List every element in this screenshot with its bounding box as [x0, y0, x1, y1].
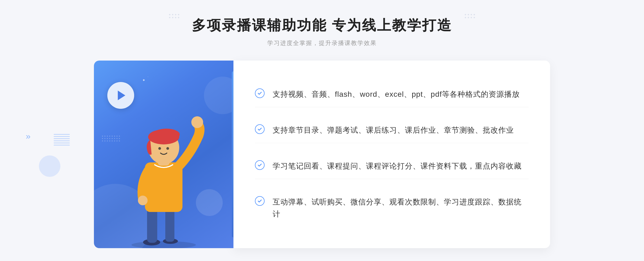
header: 多项录播课辅助功能 专为线上教学打造 学习进度全掌握，提升录播课教学效果 [192, 16, 452, 47]
svg-rect-14 [195, 118, 199, 125]
svg-point-13 [166, 147, 169, 150]
feature-item-4: 互动弹幕、试听购买、微信分享、观看次数限制、学习进度跟踪、数据统计 [255, 190, 529, 227]
dots-left-title [169, 14, 179, 18]
blue-accent-bar [232, 71, 233, 237]
feature-text-2: 支持章节目录、弹题考试、课后练习、课后作业、章节测验、批改作业 [273, 124, 514, 136]
sparkle-1: ✦ [142, 78, 145, 82]
check-icon-2 [255, 124, 265, 134]
page-wrapper: » « 多项录播课辅助功能 专为线上教学打造 学习进度全掌握，提升录播课教学效果 [0, 0, 644, 261]
main-title: 多项录播课辅助功能 专为线上教学打造 [192, 16, 452, 35]
illustration-card: ✦ · [94, 61, 233, 248]
chevrons-left-decoration: » [26, 131, 31, 141]
person-figure [113, 98, 215, 248]
deco-stripes [54, 134, 70, 161]
feature-item-1: 支持视频、音频、flash、word、excel、ppt、pdf等各种格式的资源… [255, 82, 529, 107]
check-icon-1 [255, 88, 265, 98]
check-icon-4 [255, 196, 265, 206]
feature-text-1: 支持视频、音频、flash、word、excel、ppt、pdf等各种格式的资源… [273, 88, 520, 100]
feature-item-3: 学习笔记回看、课程提问、课程评论打分、课件资料下载，重点内容收藏 [255, 154, 529, 179]
sparkle-2: · [148, 75, 148, 78]
features-card: 支持视频、音频、flash、word、excel、ppt、pdf等各种格式的资源… [233, 61, 550, 248]
svg-point-12 [158, 147, 161, 150]
dots-right-title [465, 14, 475, 18]
feature-text-3: 学习笔记回看、课程提问、课程评论打分、课件资料下载，重点内容收藏 [273, 160, 522, 172]
svg-point-7 [138, 196, 148, 205]
content-area: ✦ · [94, 61, 550, 248]
sub-title: 学习进度全掌握，提升录播课教学效果 [192, 39, 452, 47]
feature-item-2: 支持章节目录、弹题考试、课后练习、课后作业、章节测验、批改作业 [255, 118, 529, 143]
svg-point-11 [153, 129, 180, 140]
check-icon-3 [255, 160, 265, 170]
feature-text-4: 互动弹幕、试听购买、微信分享、观看次数限制、学习进度跟踪、数据统计 [273, 196, 529, 220]
